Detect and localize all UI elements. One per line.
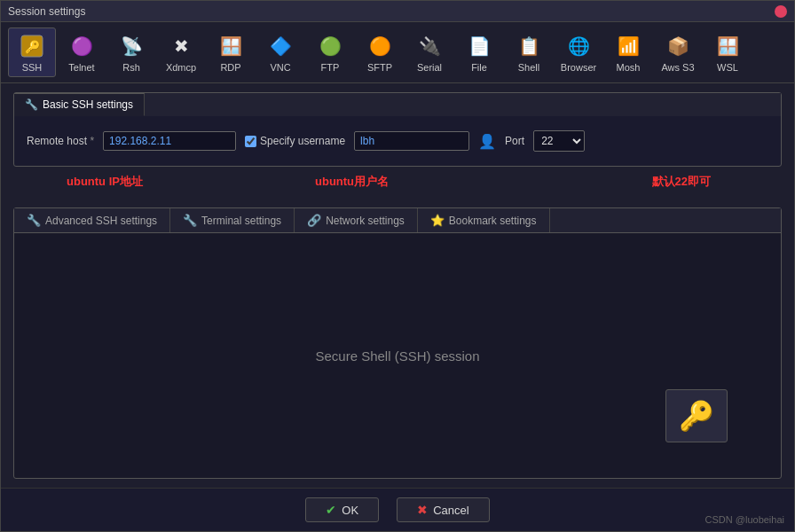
toolbar: 🔑 SSH 🟣 Telnet 📡 Rsh ✖ Xdmcp 🪟 RDP 🔷 V: [1, 22, 794, 83]
shell-label: Shell: [518, 62, 539, 73]
mosh-label: Mosh: [617, 62, 641, 73]
sftp-icon: 🟠: [366, 32, 394, 60]
rdp-label: RDP: [220, 62, 240, 73]
required-marker: *: [90, 135, 94, 147]
basic-ssh-tab-label: Basic SSH settings: [43, 98, 133, 111]
annotation-username: ubuntu用户名: [315, 174, 389, 190]
wsl-icon: 🪟: [713, 32, 742, 60]
terminal-tab-icon: 🔧: [183, 214, 197, 227]
basic-settings-body: Remote host * Specify username 👤: [14, 116, 781, 166]
specify-username-checkbox-label[interactable]: Specify username: [245, 135, 345, 147]
ftp-label: FTP: [321, 62, 340, 73]
annotation-ip: ubuntu IP地址: [67, 174, 143, 190]
remote-host-section: Remote host *: [27, 131, 236, 151]
toolbar-item-xdmcp[interactable]: ✖ Xdmcp: [157, 28, 205, 76]
toolbar-item-browser[interactable]: 🌐 Browser: [555, 28, 602, 76]
toolbar-item-sftp[interactable]: 🟠 SFTP: [356, 28, 404, 76]
port-select[interactable]: 22 2222: [533, 130, 585, 152]
telnet-icon: 🟣: [67, 32, 96, 60]
serial-label: Serial: [417, 62, 442, 73]
ftp-icon: 🟢: [316, 32, 344, 60]
basic-settings-panel: 🔧 Basic SSH settings Remote host *: [13, 92, 782, 167]
xdmcp-label: Xdmcp: [166, 62, 196, 73]
basic-ssh-tab[interactable]: 🔧 Basic SSH settings: [14, 93, 145, 116]
username-section: Specify username 👤: [245, 131, 496, 151]
specify-username-label: Specify username: [260, 135, 345, 147]
aws-s3-label: Aws S3: [661, 62, 694, 73]
browser-icon: 🌐: [564, 32, 593, 60]
close-button[interactable]: [775, 5, 787, 18]
cancel-button[interactable]: ✖ Cancel: [397, 497, 489, 522]
form-row-settings: Remote host * Specify username 👤: [27, 125, 768, 157]
toolbar-item-ssh[interactable]: 🔑 SSH: [8, 27, 56, 77]
watermark: CSDN @luobeihai: [705, 514, 784, 525]
file-label: File: [471, 62, 487, 73]
rsh-icon: 📡: [117, 32, 146, 60]
sub-tabs-bar: 🔧 Advanced SSH settings 🔧 Terminal setti…: [14, 208, 781, 233]
toolbar-item-aws-s3[interactable]: 📦 Aws S3: [654, 28, 702, 76]
network-tab-label: Network settings: [326, 215, 405, 227]
toolbar-item-ftp[interactable]: 🟢 FTP: [306, 28, 354, 76]
username-input[interactable]: [354, 131, 469, 151]
tab-advanced-ssh[interactable]: 🔧 Advanced SSH settings: [14, 208, 170, 232]
ssh-description: Secure Shell (SSH) session: [315, 348, 479, 364]
aws-s3-icon: 📦: [664, 32, 692, 60]
key-icon: 🔑: [679, 399, 714, 433]
window-title: Session settings: [8, 5, 85, 18]
toolbar-item-vnc[interactable]: 🔷 VNC: [256, 28, 304, 76]
mosh-icon: 📶: [614, 32, 642, 60]
sub-tabs-panel: 🔧 Advanced SSH settings 🔧 Terminal setti…: [13, 207, 782, 479]
session-settings-window: Session settings 🔑 SSH 🟣 Telnet 📡 Rsh: [0, 0, 795, 532]
ok-checkmark-icon: ✔: [326, 503, 336, 517]
key-icon-container: 🔑: [665, 389, 728, 442]
tab-terminal[interactable]: 🔧 Terminal settings: [170, 208, 295, 232]
vnc-label: VNC: [270, 62, 290, 73]
bookmark-tab-icon: ⭐: [430, 214, 445, 227]
serial-icon: 🔌: [415, 32, 444, 60]
tab-content-area: Secure Shell (SSH) session 🔑: [14, 233, 781, 478]
ok-label: OK: [342, 504, 358, 517]
svg-text:🔑: 🔑: [25, 40, 41, 55]
annotation-port: 默认22即可: [652, 174, 711, 190]
tab-network[interactable]: 🔗 Network settings: [295, 208, 418, 232]
basic-settings-tab-bar: 🔧 Basic SSH settings: [14, 93, 781, 116]
ok-button[interactable]: ✔ OK: [305, 497, 379, 522]
file-icon: 📄: [465, 32, 493, 60]
cancel-label: Cancel: [433, 504, 468, 517]
browser-label: Browser: [561, 62, 596, 73]
telnet-label: Telnet: [68, 62, 94, 73]
toolbar-item-telnet[interactable]: 🟣 Telnet: [58, 28, 106, 76]
wsl-label: WSL: [717, 62, 738, 73]
main-content: 🔧 Basic SSH settings Remote host *: [1, 83, 794, 488]
sftp-label: SFTP: [367, 62, 392, 73]
user-avatar-icon[interactable]: 👤: [478, 133, 496, 150]
toolbar-item-shell[interactable]: 📋 Shell: [505, 28, 553, 76]
toolbar-item-serial[interactable]: 🔌 Serial: [405, 28, 453, 76]
toolbar-item-rdp[interactable]: 🪟 RDP: [207, 28, 255, 76]
rsh-label: Rsh: [122, 62, 140, 73]
basic-ssh-tab-icon: 🔧: [25, 98, 38, 111]
rdp-icon: 🪟: [216, 32, 245, 60]
xdmcp-icon: ✖: [167, 32, 195, 60]
specify-username-checkbox[interactable]: [245, 136, 256, 147]
tab-bookmark[interactable]: ⭐ Bookmark settings: [418, 208, 550, 232]
port-label: Port: [505, 135, 524, 147]
advanced-ssh-tab-icon: 🔧: [27, 214, 41, 227]
network-tab-icon: 🔗: [307, 214, 321, 227]
terminal-tab-label: Terminal settings: [201, 215, 281, 227]
remote-host-label: Remote host *: [27, 135, 94, 147]
toolbar-item-wsl[interactable]: 🪟 WSL: [704, 28, 752, 76]
toolbar-item-mosh[interactable]: 📶 Mosh: [604, 28, 652, 76]
ssh-label: SSH: [22, 62, 43, 73]
vnc-icon: 🔷: [266, 32, 295, 60]
shell-icon: 📋: [515, 32, 543, 60]
advanced-ssh-tab-label: Advanced SSH settings: [45, 215, 157, 227]
annotations-row: ubuntu IP地址 ubuntu用户名 默认22即可: [13, 174, 782, 200]
toolbar-item-rsh[interactable]: 📡 Rsh: [107, 28, 155, 76]
bookmark-tab-label: Bookmark settings: [449, 215, 537, 227]
port-section: Port 22 2222: [505, 130, 585, 152]
cancel-x-icon: ✖: [417, 503, 428, 517]
toolbar-item-file[interactable]: 📄 File: [455, 28, 503, 76]
title-bar: Session settings: [1, 1, 794, 22]
remote-host-input[interactable]: [103, 131, 236, 151]
